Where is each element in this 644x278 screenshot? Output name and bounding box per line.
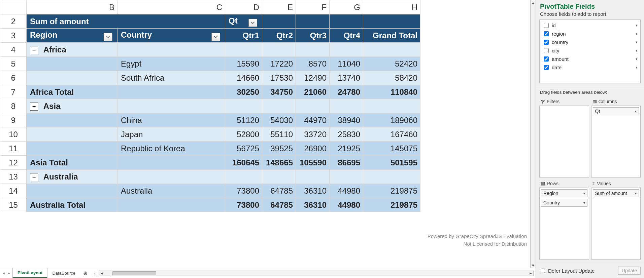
- cell[interactable]: 44980: [330, 198, 363, 212]
- scroll-down-icon[interactable]: ▾: [532, 263, 534, 268]
- cell[interactable]: 13740: [330, 71, 363, 85]
- cell-country-header[interactable]: Country: [117, 29, 225, 43]
- horizontal-scrollbar[interactable]: ◂ ▸: [99, 271, 534, 276]
- cell[interactable]: [363, 99, 420, 113]
- pill-sum-of-amount[interactable]: Sum of amount ▾: [593, 189, 639, 197]
- tab-pivotlayout[interactable]: PivotLayout: [12, 268, 47, 278]
- cell[interactable]: 52420: [363, 57, 420, 71]
- scroll-up-icon[interactable]: ▴: [532, 0, 534, 5]
- cell[interactable]: 501595: [363, 156, 420, 170]
- country-korea[interactable]: Republic of Korea: [117, 142, 225, 156]
- pill-country[interactable]: Country ▾: [541, 199, 587, 207]
- row-header-2[interactable]: 2: [0, 14, 27, 29]
- cell[interactable]: 24780: [330, 85, 363, 99]
- cell[interactable]: 219875: [363, 198, 420, 212]
- row-header-3[interactable]: 3: [0, 29, 27, 43]
- cell[interactable]: 44970: [296, 113, 330, 127]
- region-filter-button[interactable]: [104, 33, 112, 41]
- col-header-E[interactable]: E: [262, 0, 296, 14]
- row-header-10[interactable]: 10: [0, 127, 27, 142]
- country-australia[interactable]: Australia: [117, 184, 225, 198]
- row-header-9[interactable]: 9: [0, 113, 27, 127]
- cell[interactable]: [117, 99, 225, 113]
- cell[interactable]: [117, 85, 225, 99]
- cell[interactable]: 11040: [330, 57, 363, 71]
- chevron-down-icon[interactable]: ▾: [635, 110, 637, 113]
- cell[interactable]: [27, 57, 117, 71]
- row-header-7[interactable]: 7: [0, 85, 27, 99]
- cell-q2-header[interactable]: Qtr2: [262, 29, 296, 43]
- field-id[interactable]: id ▾: [540, 21, 640, 30]
- cell[interactable]: [296, 43, 330, 57]
- cell[interactable]: [117, 198, 225, 212]
- cell[interactable]: 8570: [296, 57, 330, 71]
- cell[interactable]: 26900: [296, 142, 330, 156]
- chevron-down-icon[interactable]: ▾: [635, 192, 637, 195]
- chevron-down-icon[interactable]: ▾: [583, 192, 585, 195]
- cell[interactable]: [27, 113, 117, 127]
- col-header-D[interactable]: D: [225, 0, 262, 14]
- values-area[interactable]: Σ Values Sum of amount ▾: [591, 180, 641, 260]
- scroll-right-icon[interactable]: ▸: [528, 271, 533, 276]
- cell-q1-header[interactable]: Qtr1: [225, 29, 262, 43]
- cell[interactable]: [363, 43, 420, 57]
- cell[interactable]: [27, 127, 117, 142]
- cell[interactable]: 44980: [330, 184, 363, 198]
- pivot-grid[interactable]: B C D E F G H 2 Sum of amount Qt: [0, 0, 420, 212]
- cell[interactable]: [330, 170, 363, 184]
- region-asia[interactable]: − Asia: [27, 99, 117, 113]
- cell[interactable]: [330, 99, 363, 113]
- row-header-15[interactable]: 15: [0, 198, 27, 212]
- tab-next-icon[interactable]: ▸: [8, 271, 10, 276]
- asia-total-label[interactable]: Asia Total: [27, 156, 117, 170]
- country-filter-button[interactable]: [211, 33, 220, 41]
- filters-body[interactable]: [539, 106, 589, 177]
- cell[interactable]: [27, 142, 117, 156]
- cell[interactable]: 160645: [225, 156, 262, 170]
- row-header-4[interactable]: 4: [0, 43, 27, 57]
- cell[interactable]: 110840: [363, 85, 420, 99]
- field-city-checkbox[interactable]: [544, 48, 549, 53]
- add-sheet-button[interactable]: ⊕: [80, 268, 90, 278]
- col-header-F[interactable]: F: [296, 0, 330, 14]
- cell-empty-G2[interactable]: [330, 14, 363, 29]
- cell[interactable]: 55110: [262, 127, 296, 142]
- columns-body[interactable]: Qt ▾: [591, 106, 641, 177]
- chevron-down-icon[interactable]: ▾: [636, 23, 638, 28]
- cell[interactable]: 36310: [296, 184, 330, 198]
- cell-empty-H2[interactable]: [363, 14, 420, 29]
- cell[interactable]: 14660: [225, 71, 262, 85]
- pill-qt[interactable]: Qt ▾: [593, 107, 639, 115]
- field-region-checkbox[interactable]: [544, 31, 549, 36]
- country-south-africa[interactable]: South Africa: [117, 71, 225, 85]
- rows-area[interactable]: Rows Region ▾ Country ▾: [539, 180, 589, 260]
- scroll-left-icon[interactable]: ◂: [99, 271, 104, 276]
- cell[interactable]: 39525: [262, 142, 296, 156]
- chevron-down-icon[interactable]: ▾: [583, 201, 585, 205]
- chevron-down-icon[interactable]: ▾: [636, 65, 638, 70]
- cell[interactable]: 21060: [296, 85, 330, 99]
- cell[interactable]: 52800: [225, 127, 262, 142]
- cell-qt-header[interactable]: Qt: [225, 14, 262, 29]
- chevron-down-icon[interactable]: ▾: [636, 48, 638, 53]
- field-country-checkbox[interactable]: [544, 40, 549, 45]
- field-city[interactable]: city ▾: [540, 46, 640, 55]
- update-button[interactable]: Update: [618, 267, 641, 275]
- cell[interactable]: [296, 170, 330, 184]
- cell[interactable]: 148665: [262, 156, 296, 170]
- tab-datasource[interactable]: DataSource: [47, 268, 80, 278]
- row-header-8[interactable]: 8: [0, 99, 27, 113]
- cell[interactable]: 58420: [363, 71, 420, 85]
- row-header-13[interactable]: 13: [0, 170, 27, 184]
- cell[interactable]: 51120: [225, 113, 262, 127]
- australia-total-label[interactable]: Australia Total: [27, 198, 117, 212]
- vertical-scrollbar[interactable]: ▴ ▾: [530, 0, 536, 268]
- cell[interactable]: 64785: [262, 184, 296, 198]
- cell[interactable]: [330, 43, 363, 57]
- cell[interactable]: 17530: [262, 71, 296, 85]
- cell[interactable]: 34750: [262, 85, 296, 99]
- cell[interactable]: [262, 170, 296, 184]
- cell[interactable]: 25830: [330, 127, 363, 142]
- tab-prev-icon[interactable]: ◂: [3, 271, 5, 276]
- collapse-icon[interactable]: −: [30, 46, 38, 54]
